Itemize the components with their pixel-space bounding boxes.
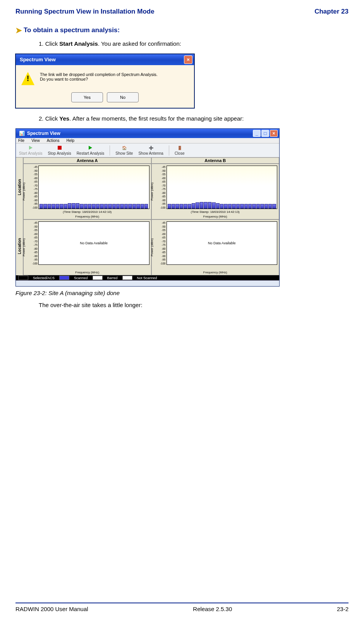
bar bbox=[175, 204, 179, 209]
menu-view[interactable]: View bbox=[31, 138, 40, 143]
bar bbox=[236, 204, 240, 209]
legend-label-selected: Selected/ACS bbox=[33, 276, 55, 280]
bar bbox=[264, 204, 268, 209]
close-window-icon[interactable]: × bbox=[270, 130, 278, 137]
stop-analysis-button[interactable]: Stop Analysis bbox=[48, 145, 71, 155]
bar bbox=[144, 204, 148, 209]
bar bbox=[212, 202, 215, 209]
bar bbox=[43, 204, 47, 209]
triangle-right-icon: ➤ bbox=[15, 26, 22, 34]
bar bbox=[200, 202, 203, 209]
footer-left: RADWIN 2000 User Manual bbox=[15, 606, 88, 612]
bar bbox=[104, 204, 108, 209]
bar bbox=[108, 204, 112, 209]
y-ticks: -45-50-55-60-65-70-75-80-85-90-95-100 bbox=[159, 221, 166, 265]
bar bbox=[92, 204, 95, 209]
menu-help[interactable]: Help bbox=[66, 138, 74, 143]
start-analysis-button: Start Analysis bbox=[19, 145, 43, 155]
bar bbox=[52, 204, 55, 209]
bar bbox=[188, 204, 191, 209]
show-site-button[interactable]: 🏠 Show Site bbox=[115, 145, 133, 155]
x-axis-label: Frequency (MHz) bbox=[152, 271, 279, 274]
horizontal-scrollbar[interactable] bbox=[16, 280, 279, 286]
confirmation-dialog: Spectrum View × The link will be dropped… bbox=[15, 54, 194, 108]
y-axis-label: Power (dBm) bbox=[22, 238, 26, 257]
antenna-icon: ➕ bbox=[148, 145, 154, 150]
dialog-title: Spectrum View bbox=[20, 57, 56, 62]
no-button[interactable]: No bbox=[107, 92, 139, 102]
y-ticks: -45-50-55-60-65-70-75-80-85-90-95-100 bbox=[31, 221, 38, 265]
bar bbox=[244, 204, 248, 209]
figure-caption: Figure 23-2: Site A (managing site) done bbox=[15, 290, 349, 296]
bar bbox=[80, 204, 83, 209]
y-ticks: -45-50-55-60-65-70-75-80-85-90-95-100 bbox=[31, 166, 38, 209]
bar bbox=[124, 204, 128, 209]
bar bbox=[196, 202, 199, 209]
bar bbox=[84, 204, 88, 209]
close-icon[interactable]: × bbox=[184, 55, 192, 64]
bar bbox=[256, 204, 260, 209]
bar bbox=[260, 204, 264, 209]
bar bbox=[240, 204, 244, 209]
bar bbox=[76, 203, 79, 209]
bar bbox=[224, 204, 227, 209]
maximize-icon[interactable]: □ bbox=[261, 130, 269, 137]
step-2-text: 2. Click Yes. After a few moments, the f… bbox=[39, 114, 349, 123]
legend-label-notscanned: Not Scanned bbox=[137, 276, 157, 280]
plot-area bbox=[38, 166, 149, 209]
x-axis-label: Frequency (MHz) bbox=[24, 271, 151, 274]
dialog-message: The link will be dropped until completio… bbox=[40, 72, 158, 81]
bar bbox=[56, 204, 59, 209]
timestamp-label: (Time Stamp: 18/03/2010 14:42:10) bbox=[24, 210, 151, 214]
menu-file[interactable]: File bbox=[18, 138, 24, 143]
header-left: Running Spectrum View in Installation Mo… bbox=[15, 8, 155, 16]
x-axis-label: Frequency (MHz) bbox=[152, 215, 279, 218]
bar bbox=[248, 204, 252, 209]
minimize-icon[interactable]: _ bbox=[253, 130, 261, 137]
dialog-titlebar[interactable]: Spectrum View × bbox=[16, 54, 194, 65]
window-titlebar[interactable]: 📊 Spectrum View _ □ × bbox=[16, 129, 279, 138]
close-button[interactable]: 🚪 Close bbox=[175, 145, 185, 155]
menu-actions[interactable]: Actions bbox=[47, 138, 60, 143]
bar bbox=[204, 202, 207, 209]
legend-label-barred: Barred bbox=[107, 276, 118, 280]
legend-swatch-scanned bbox=[59, 276, 69, 280]
bar bbox=[216, 203, 220, 209]
legend-swatch-barred bbox=[93, 276, 103, 280]
bar bbox=[208, 202, 211, 209]
x-axis-label: Frequency (MHz) bbox=[24, 215, 151, 218]
exit-icon: 🚪 bbox=[177, 145, 182, 150]
toolbar-separator bbox=[169, 145, 169, 155]
bar bbox=[68, 203, 71, 209]
chart-antenna-b-bottom: Power (dBm) -45-50-55-60-65-70-75-80-85-… bbox=[151, 219, 280, 275]
body-text-after-figure: The over-the-air site takes a little lon… bbox=[39, 301, 349, 310]
site-icon: 🏠 bbox=[122, 145, 127, 150]
y-ticks: -45-50-55-60-65-70-75-80-85-90-95-100 bbox=[159, 166, 166, 209]
chart-antenna-b-top: Power (dBm) -45-50-55-60-65-70-75-80-85-… bbox=[151, 164, 280, 219]
col-header-antenna-b: Antenna B bbox=[151, 157, 280, 164]
chart-antenna-a-top: Power (dBm) -45-50-55-60-65-70-75-80-85-… bbox=[23, 164, 151, 219]
bar bbox=[136, 204, 140, 209]
bar bbox=[232, 204, 235, 209]
toolbar: Start Analysis Stop Analysis Restart Ana… bbox=[16, 143, 279, 157]
footer-right: 23-2 bbox=[337, 606, 349, 612]
no-data-label: No Data Available bbox=[39, 222, 149, 264]
bar bbox=[228, 204, 232, 209]
y-axis-label: Power (dBm) bbox=[150, 238, 153, 257]
bar bbox=[112, 204, 116, 209]
bar bbox=[116, 204, 120, 209]
bar bbox=[141, 204, 144, 209]
y-axis-label: Power (dBm) bbox=[150, 183, 153, 201]
procedure-heading: ➤ To obtain a spectrum analysis: bbox=[15, 26, 349, 34]
bar bbox=[72, 203, 75, 209]
plot-area: No Data Available bbox=[167, 221, 278, 265]
step-1-text: 1. Click Start Analysis. You are asked f… bbox=[39, 40, 349, 48]
timestamp-label: (Time Stamp: 18/03/2010 14:42:13) bbox=[152, 210, 279, 214]
restart-analysis-button[interactable]: Restart Analysis bbox=[77, 145, 105, 155]
show-antenna-button[interactable]: ➕ Show Antenna bbox=[138, 145, 163, 155]
yes-button[interactable]: Yes bbox=[71, 92, 103, 102]
col-header-antenna-a: Antenna A bbox=[23, 157, 151, 164]
legend-swatch-notscanned bbox=[122, 276, 132, 280]
legend: Selected/ACS Scanned Barred Not Scanned bbox=[16, 275, 279, 280]
restart-icon bbox=[88, 145, 93, 150]
